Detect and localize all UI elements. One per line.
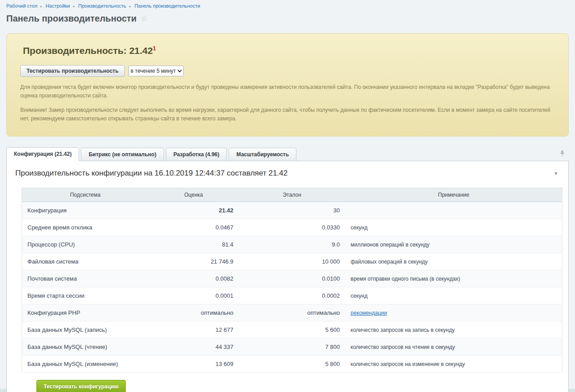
breadcrumb-separator-icon: ▸ [73, 4, 75, 9]
table-row: Конфигурация21.4230 [22, 202, 562, 219]
favorite-star-icon[interactable]: ☆ [141, 14, 147, 23]
column-header-score: Оценка [149, 188, 239, 202]
table-row: Почтовая система0.00820.0100время отправ… [22, 270, 562, 287]
page-title-row: Панель производительности ☆ [0, 9, 575, 29]
cell-score: 0.0082 [149, 270, 239, 287]
tab-configuration[interactable]: Конфигурация (21.42) [6, 147, 79, 161]
cell-etalon: оптимально [239, 304, 345, 322]
breadcrumb-item-performance-panel[interactable]: Панель производительности [134, 3, 200, 9]
breadcrumb-item-settings[interactable]: Настройки [46, 3, 70, 9]
cell-etalon: 5 800 [239, 356, 345, 373]
breadcrumb-item-desktop[interactable]: Рабочий стол [6, 3, 37, 9]
cell-subsystem: База данных MySQL (чтение) [22, 339, 149, 356]
table-row: Конфигурация PHPоптимальнооптимальнореко… [22, 304, 562, 322]
cell-note: количество запросов на чтение в секунду [345, 339, 562, 356]
cell-score: 21 746.9 [149, 253, 239, 270]
cell-score: оптимально [149, 304, 239, 322]
cell-note: секунд [345, 219, 562, 236]
breadcrumb-item-performance[interactable]: Производительность [78, 3, 126, 9]
breadcrumb-separator-icon: ▸ [129, 4, 132, 9]
cell-note [345, 202, 562, 219]
column-header-note: Примечание [345, 188, 562, 202]
table-row: База данных MySQL (запись)12 6775 600кол… [22, 322, 562, 339]
cell-subsystem: Конфигурация PHP [22, 304, 149, 322]
cell-score: 12 677 [149, 322, 239, 339]
cell-etalon: 0.0002 [239, 287, 345, 304]
cell-subsystem: Среднее время отклика [22, 219, 149, 236]
cell-subsystem: Конфигурация [22, 202, 149, 219]
cell-note: время отправки одного письма (в секундах… [345, 270, 562, 287]
cell-score: 81.4 [149, 236, 239, 253]
performance-warning: Внимание! Замер производительности следу… [20, 106, 552, 123]
table-row: База данных MySQL (чтение)44 3377 800кол… [22, 339, 562, 356]
tab-development[interactable]: Разработка (4.96) [166, 148, 227, 161]
cell-subsystem: База данных MySQL (изменение) [22, 356, 149, 373]
cell-subsystem: Время старта сессии [22, 287, 149, 304]
test-performance-button[interactable]: Тестировать производительность [20, 65, 125, 77]
table-row: Процессор (CPU)81.49.0миллионов операций… [22, 236, 562, 253]
table-row: Время старта сессии0.00010.0002секунд [22, 287, 562, 304]
performance-value: 21.42 [129, 45, 153, 56]
table-row: Файловая система21 746.910 000файловых о… [22, 253, 562, 270]
cell-score: 21.42 [149, 202, 239, 219]
cell-note: секунд [345, 287, 562, 304]
cell-note: количество запросов на изменение в секун… [345, 356, 562, 373]
duration-select[interactable]: в течение 5 минут [128, 66, 184, 76]
cell-note: миллионов операций в секунду [345, 236, 562, 253]
column-header-etalon: Эталон [239, 188, 345, 202]
pin-icon[interactable] [559, 150, 565, 159]
cell-score: 44 337 [149, 339, 239, 356]
performance-controls: Тестировать производительность в течение… [20, 65, 552, 77]
cell-etalon: 10 000 [239, 253, 345, 270]
cell-etalon: 0.0330 [239, 219, 345, 236]
breadcrumb: Рабочий стол▸Настройки▸Производительност… [0, 0, 575, 9]
cell-etalon: 7 800 [239, 339, 345, 356]
recommendations-link[interactable]: рекомендации [351, 310, 387, 316]
performance-description: Для проведения теста будет включен монит… [20, 83, 552, 100]
cell-etalon: 9.0 [239, 236, 345, 253]
performance-table-wrap: Подсистема Оценка Эталон Примечание Конф… [7, 183, 568, 392]
section-header: Производительность конфигурации на 16.10… [7, 161, 568, 183]
cell-score: 0.0001 [149, 287, 239, 304]
test-configuration-button[interactable]: Тестировать конфигурацию [36, 380, 126, 392]
perf-table-body: Конфигурация21.4230Среднее время отклика… [22, 202, 562, 373]
configuration-tab-content: Производительность конфигурации на 16.10… [6, 161, 569, 392]
cell-subsystem: Файловая система [22, 253, 149, 270]
cell-subsystem: База данных MySQL (запись) [22, 322, 149, 339]
cell-score: 0.0467 [149, 219, 239, 236]
cell-note: файловых операций в секунду [345, 253, 562, 270]
tab-scalability[interactable]: Масштабируемость [229, 148, 296, 161]
section-title: Производительность конфигурации на 16.10… [15, 169, 288, 178]
performance-panel: Производительность: 21.421 Тестировать п… [6, 33, 569, 137]
cell-score: 13 609 [149, 356, 239, 373]
column-header-subsystem: Подсистема [22, 188, 149, 202]
performance-table: Подсистема Оценка Эталон Примечание Конф… [22, 188, 562, 373]
table-row: База данных MySQL (изменение)13 6095 800… [22, 356, 562, 373]
cell-subsystem: Процессор (CPU) [22, 236, 149, 253]
cell-etalon: 5 600 [239, 322, 345, 339]
page-title: Панель производительности [6, 13, 137, 24]
collapse-arrow-icon[interactable]: ▼ [553, 171, 558, 176]
performance-heading: Производительность: 21.421 [23, 45, 552, 56]
breadcrumb-separator-icon: ▸ [40, 4, 43, 9]
table-row: Среднее время отклика0.04670.0330секунд [22, 219, 562, 236]
cell-note: количество запросов на запись в секунду [345, 322, 562, 339]
cell-etalon: 0.0100 [239, 270, 345, 287]
performance-heading-text: Производительность: [23, 45, 129, 56]
table-header-row: Подсистема Оценка Эталон Примечание [22, 188, 562, 202]
cell-etalon: 30 [239, 202, 345, 219]
footnote-mark: 1 [153, 45, 156, 52]
tab-bitrix[interactable]: Битрикс (не оптимально) [81, 148, 164, 161]
cell-note: рекомендации [345, 304, 562, 322]
cell-subsystem: Почтовая система [22, 270, 149, 287]
tabs-row: Конфигурация (21.42) Битрикс (не оптимал… [6, 147, 569, 161]
